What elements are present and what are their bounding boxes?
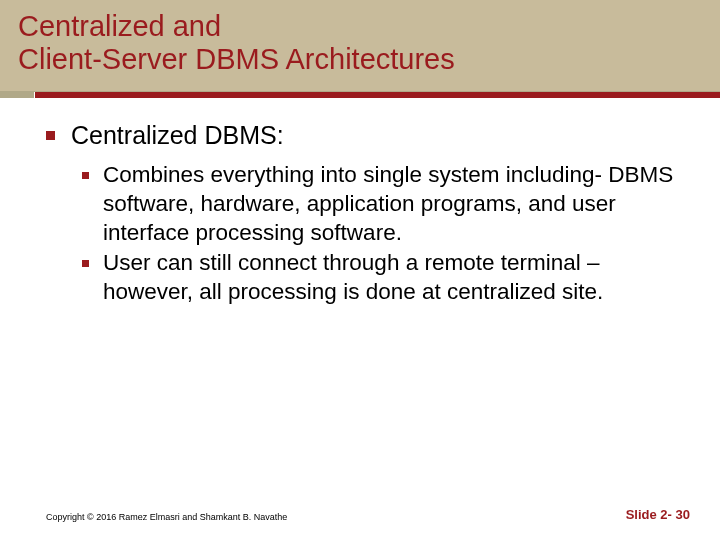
bullet-level1: Centralized DBMS: — [46, 120, 684, 151]
title-line-2: Client-Server DBMS Architectures — [18, 43, 455, 75]
bullet-l1-text: Centralized DBMS: — [71, 120, 284, 151]
divider — [0, 92, 720, 98]
square-bullet-icon — [46, 131, 55, 140]
sub-bullets: Combines everything into single system i… — [46, 161, 684, 307]
bullet-l2a-text: Combines everything into single system i… — [103, 161, 684, 247]
content-area: Centralized DBMS: Combines everything in… — [0, 98, 720, 307]
bullet-l2b-text: User can still connect through a remote … — [103, 249, 684, 307]
bullet-level2: Combines everything into single system i… — [82, 161, 684, 247]
title-band: Centralized and Client-Server DBMS Archi… — [0, 0, 720, 92]
divider-left — [0, 92, 35, 98]
square-bullet-icon — [82, 172, 89, 179]
footer: Copyright © 2016 Ramez Elmasri and Shamk… — [0, 507, 720, 522]
square-bullet-icon — [82, 260, 89, 267]
divider-right — [35, 92, 720, 98]
bullet-level2: User can still connect through a remote … — [82, 249, 684, 307]
title-line-1: Centralized and — [18, 10, 221, 42]
slide-number: Slide 2- 30 — [626, 507, 690, 522]
copyright-text: Copyright © 2016 Ramez Elmasri and Shamk… — [46, 512, 287, 522]
slide-title: Centralized and Client-Server DBMS Archi… — [18, 10, 702, 77]
